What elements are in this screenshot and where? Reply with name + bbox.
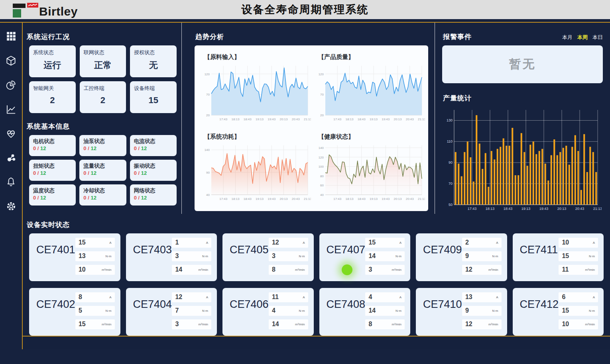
svg-text:70: 70 xyxy=(206,93,210,96)
device-value-row: 10m³/min xyxy=(559,319,598,329)
status-card-value: 2 xyxy=(33,95,72,106)
device-value-row: 8A xyxy=(75,292,115,302)
info-card-current: 0 / xyxy=(134,195,141,201)
device-value: 12 xyxy=(465,266,472,273)
info-card-label: 冷却状态 xyxy=(83,187,122,194)
status-card-value: 无 xyxy=(134,59,173,71)
tab-this-month[interactable]: 本月 xyxy=(562,34,573,41)
device-value-row: 3m³/min xyxy=(172,319,211,329)
device-value: 14 xyxy=(368,252,376,260)
device-name: CE7409 xyxy=(423,244,461,281)
device-card[interactable]: CE740715A14N·m3m³/min xyxy=(319,233,411,281)
device-card[interactable]: CE741110A15N·m11m³/min xyxy=(513,233,604,281)
device-card[interactable]: CE740115A13N·m10m³/min xyxy=(29,233,120,281)
panel-alarm-production: 报警事件 本月 本周 本日 暂无 产量统计 17:4318:1318:4319:… xyxy=(435,23,610,214)
device-card[interactable]: CE74028A5N·m15m³/min xyxy=(29,288,120,336)
device-unit: N·m xyxy=(589,254,595,258)
info-card-label: 扭矩状态 xyxy=(33,162,72,170)
device-card[interactable]: CE74126A15N·m10m³/min xyxy=(513,288,604,336)
device-card[interactable]: CE74092A9N·m12m³/min xyxy=(416,233,507,281)
devices-title: 设备实时状态 xyxy=(27,220,604,229)
line-chart-icon[interactable] xyxy=(6,104,17,115)
svg-text:20:43: 20:43 xyxy=(406,117,414,121)
device-value: 8 xyxy=(79,294,82,301)
app-header: Birtley 设备全寿命周期管理系统 xyxy=(0,0,610,19)
info-card: 振动状态0 / 12 xyxy=(130,160,177,181)
info-card-total: 12 xyxy=(40,170,46,176)
device-unit: A xyxy=(206,241,208,245)
status-card-label: 设备终端 xyxy=(134,85,173,92)
system-status-grid: 系统状态运行联网状态正常授权状态无智能网关2工控终端2设备终端15 xyxy=(29,45,177,113)
device-unit: m³/min xyxy=(392,323,401,326)
device-value-row: 11m³/min xyxy=(559,265,598,275)
device-unit: m³/min xyxy=(199,323,208,326)
device-values: 8A5N·m15m³/min xyxy=(75,292,115,336)
bell-icon[interactable] xyxy=(6,176,17,188)
status-card-label: 联网状态 xyxy=(84,49,122,56)
svg-text:18:13: 18:13 xyxy=(486,207,495,211)
info-card: 流量状态0 / 12 xyxy=(79,160,126,181)
device-value-row: 10A xyxy=(559,238,598,248)
svg-text:20:13: 20:13 xyxy=(394,197,402,201)
status-card-label: 授权状态 xyxy=(134,49,173,56)
svg-text:110: 110 xyxy=(447,139,453,143)
tab-this-week[interactable]: 本周 xyxy=(577,34,588,41)
device-card[interactable]: CE740611A4N·m14m³/min xyxy=(222,288,314,336)
apps-grid-icon[interactable] xyxy=(6,31,17,42)
molecule-icon[interactable] xyxy=(6,152,17,163)
device-unit: A xyxy=(303,241,305,245)
info-card: 温度状态0 / 12 xyxy=(29,184,76,205)
svg-text:21:13: 21:13 xyxy=(304,197,311,201)
svg-text:20: 20 xyxy=(320,114,324,117)
device-value: 4 xyxy=(272,307,275,314)
device-value-row: 15A xyxy=(365,238,405,248)
health-pulse-icon[interactable] xyxy=(6,128,17,139)
device-unit: A xyxy=(593,241,595,245)
pie-chart-icon[interactable] xyxy=(6,79,17,90)
page-title: 设备全寿命周期管理系统 xyxy=(0,2,610,17)
device-value: 15 xyxy=(368,239,376,246)
device-card[interactable]: CE740512A3N·m8m³/min xyxy=(222,233,314,281)
svg-text:20:43: 20:43 xyxy=(406,197,414,201)
device-unit: A xyxy=(496,241,498,245)
svg-text:80: 80 xyxy=(320,174,324,178)
devices-grid: CE740115A13N·m10m³/minCE74031A3N·m14m³/m… xyxy=(29,233,604,336)
device-name: CE7412 xyxy=(520,298,558,336)
svg-text:19:43: 19:43 xyxy=(539,207,549,211)
device-value: 3 xyxy=(272,252,275,260)
footer-strip xyxy=(23,336,610,349)
production-title: 产量统计 xyxy=(443,94,603,103)
device-value-row: 15A xyxy=(75,238,115,248)
trend-title: 趋势分析 xyxy=(195,32,428,41)
svg-text:90: 90 xyxy=(206,171,210,174)
device-unit: N·m xyxy=(396,309,401,313)
raw-input-chart-title: 【原料输入】 xyxy=(204,53,311,61)
device-value-row: 12m³/min xyxy=(462,319,502,329)
device-card[interactable]: CE74084A14N·m8m³/min xyxy=(319,288,411,336)
info-card-total: 12 xyxy=(40,195,46,201)
power-usage-chart: 17:4318:1318:4319:1319:4320:1320:4321:13… xyxy=(201,142,311,201)
cube-icon[interactable] xyxy=(6,55,17,66)
device-values: 2A9N·m12m³/min xyxy=(462,238,502,281)
info-card: 电流状态0 / 12 xyxy=(130,135,177,156)
device-value: 10 xyxy=(79,266,86,273)
status-card-label: 智能网关 xyxy=(33,85,72,92)
health-status-chart: 17:4318:1318:4319:1319:4320:1320:4321:13… xyxy=(315,142,425,201)
tab-today[interactable]: 本日 xyxy=(592,34,603,41)
info-card-total: 12 xyxy=(91,145,96,151)
device-values: 15A13N·m10m³/min xyxy=(75,238,115,281)
device-card[interactable]: CE740412A7N·m3m³/min xyxy=(126,288,217,336)
device-value: 14 xyxy=(272,321,279,328)
svg-text:120: 120 xyxy=(205,72,210,76)
info-card-count: 0 / 12 xyxy=(33,170,72,176)
device-value: 11 xyxy=(562,266,569,273)
gear-icon[interactable] xyxy=(6,201,17,212)
device-value-row: 10m³/min xyxy=(75,265,115,275)
device-card[interactable]: CE741013A9N·m12m³/min xyxy=(416,288,507,336)
device-unit: m³/min xyxy=(295,323,305,326)
device-card[interactable]: CE74031A3N·m14m³/min xyxy=(126,233,217,281)
device-value: 2 xyxy=(465,239,469,246)
device-value-row: 8m³/min xyxy=(269,265,308,275)
info-card-current: 0 / xyxy=(33,195,40,201)
device-value-row: 4N·m xyxy=(269,306,308,316)
